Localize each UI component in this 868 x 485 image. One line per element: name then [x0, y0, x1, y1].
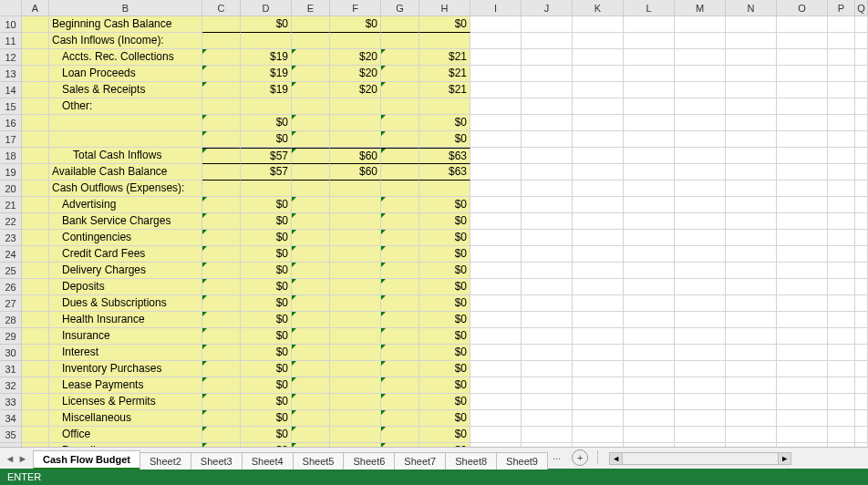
cell-B15[interactable]: Other: [49, 98, 202, 115]
cell-H32[interactable]: $0 [419, 377, 470, 394]
cell-P12[interactable] [828, 49, 855, 66]
cell-N11[interactable] [726, 33, 777, 49]
cell-M13[interactable] [675, 66, 726, 82]
cell-grid[interactable]: Beginning Cash Balance$0$0$0Cash Inflows… [22, 16, 868, 447]
cell-J15[interactable] [522, 98, 573, 115]
cell-A21[interactable] [22, 197, 49, 213]
cell-G15[interactable] [381, 98, 419, 115]
cell-O12[interactable] [777, 49, 828, 66]
row-header-31[interactable]: 31 [0, 361, 22, 377]
cell-F29[interactable] [330, 328, 381, 345]
sheet-tab[interactable]: Sheet2 [140, 452, 191, 470]
cell-P34[interactable] [828, 410, 855, 427]
cell-P11[interactable] [828, 33, 855, 49]
row-header-30[interactable]: 30 [0, 345, 22, 361]
cell-N13[interactable] [726, 66, 777, 82]
cell-L35[interactable] [624, 427, 675, 443]
cell-K20[interactable] [573, 181, 624, 197]
cell-H16[interactable]: $0 [419, 115, 470, 131]
cell-M20[interactable] [675, 181, 726, 197]
cell-L33[interactable] [624, 394, 675, 410]
cell-D36[interactable]: $0 [241, 443, 292, 447]
cell-B35[interactable]: Office [49, 427, 202, 443]
cell-K10[interactable] [573, 16, 624, 33]
cell-N35[interactable] [726, 427, 777, 443]
cell-B18[interactable]: Total Cash Inflows [49, 148, 202, 164]
cell-K32[interactable] [573, 377, 624, 394]
cell-B34[interactable]: Miscellaneous [49, 410, 202, 427]
cell-D23[interactable]: $0 [241, 230, 292, 246]
cell-N32[interactable] [726, 377, 777, 394]
cell-G18[interactable] [381, 148, 419, 164]
cell-B13[interactable]: Loan Proceeds [49, 66, 202, 82]
cell-Q26[interactable] [855, 279, 868, 295]
row-header-32[interactable]: 32 [0, 377, 22, 394]
cell-P26[interactable] [828, 279, 855, 295]
cell-O14[interactable] [777, 82, 828, 98]
cell-F20[interactable] [330, 181, 381, 197]
cell-C17[interactable] [202, 131, 241, 148]
cell-M24[interactable] [675, 246, 726, 263]
cell-E33[interactable] [292, 394, 330, 410]
cell-B30[interactable]: Interest [49, 345, 202, 361]
cell-M31[interactable] [675, 361, 726, 377]
cell-J21[interactable] [522, 197, 573, 213]
cell-P35[interactable] [828, 427, 855, 443]
sheet-tab[interactable]: Sheet4 [242, 452, 294, 470]
cell-G34[interactable] [381, 410, 419, 427]
cell-I14[interactable] [470, 82, 522, 98]
cell-L26[interactable] [624, 279, 675, 295]
cell-P33[interactable] [828, 394, 855, 410]
cell-F10[interactable]: $0 [330, 16, 381, 33]
cell-C16[interactable] [202, 115, 241, 131]
cell-C19[interactable] [202, 164, 241, 181]
cell-L29[interactable] [624, 328, 675, 345]
cell-P36[interactable] [828, 443, 855, 447]
cell-J35[interactable] [522, 427, 573, 443]
cell-Q27[interactable] [855, 295, 868, 312]
cell-P27[interactable] [828, 295, 855, 312]
cell-H31[interactable]: $0 [419, 361, 470, 377]
cell-C29[interactable] [202, 328, 241, 345]
row-header-19[interactable]: 19 [0, 164, 22, 181]
sheet-tab[interactable]: Sheet9 [496, 452, 548, 470]
cell-F26[interactable] [330, 279, 381, 295]
cell-N10[interactable] [726, 16, 777, 33]
cell-I31[interactable] [470, 361, 522, 377]
cell-L34[interactable] [624, 410, 675, 427]
cell-O17[interactable] [777, 131, 828, 148]
cell-Q28[interactable] [855, 312, 868, 328]
cell-I16[interactable] [470, 115, 522, 131]
cell-D13[interactable]: $19 [241, 66, 292, 82]
cell-G11[interactable] [381, 33, 419, 49]
cell-D31[interactable]: $0 [241, 361, 292, 377]
cell-P14[interactable] [828, 82, 855, 98]
cell-K15[interactable] [573, 98, 624, 115]
cell-O10[interactable] [777, 16, 828, 33]
cell-L10[interactable] [624, 16, 675, 33]
cell-E15[interactable] [292, 98, 330, 115]
cell-L20[interactable] [624, 181, 675, 197]
cell-M23[interactable] [675, 230, 726, 246]
cell-G28[interactable] [381, 312, 419, 328]
cell-I12[interactable] [470, 49, 522, 66]
cell-I30[interactable] [470, 345, 522, 361]
cell-F27[interactable] [330, 295, 381, 312]
cell-Q16[interactable] [855, 115, 868, 131]
cell-A12[interactable] [22, 49, 49, 66]
cell-P21[interactable] [828, 197, 855, 213]
cell-K36[interactable] [573, 443, 624, 447]
cell-Q36[interactable] [855, 443, 868, 447]
cell-C12[interactable] [202, 49, 241, 66]
cell-G33[interactable] [381, 394, 419, 410]
cell-D33[interactable]: $0 [241, 394, 292, 410]
row-header-33[interactable]: 33 [0, 394, 22, 410]
cell-E35[interactable] [292, 427, 330, 443]
row-header-11[interactable]: 11 [0, 33, 22, 49]
cell-K16[interactable] [573, 115, 624, 131]
cell-B26[interactable]: Deposits [49, 279, 202, 295]
cell-I26[interactable] [470, 279, 522, 295]
cell-L36[interactable] [624, 443, 675, 447]
cell-G14[interactable] [381, 82, 419, 98]
cell-L30[interactable] [624, 345, 675, 361]
